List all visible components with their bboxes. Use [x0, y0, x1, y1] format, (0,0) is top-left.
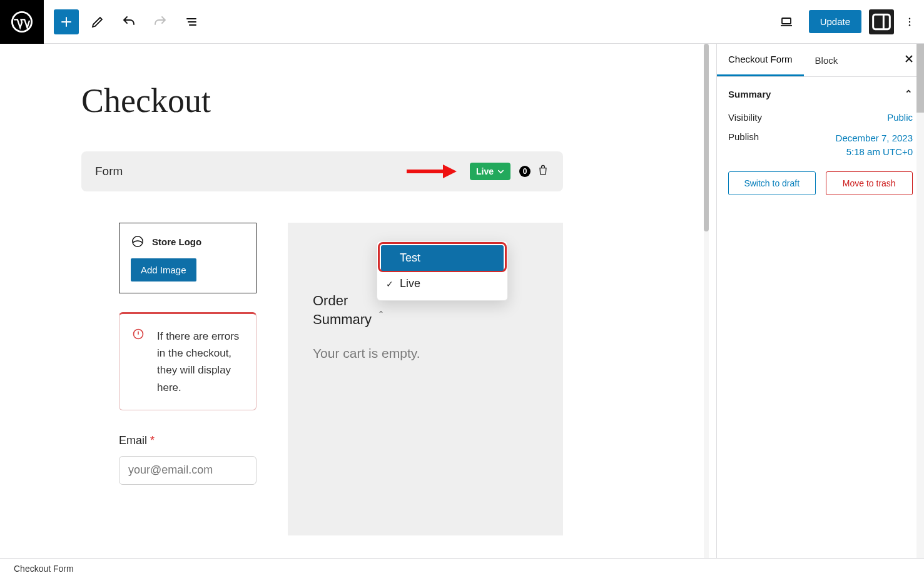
list-icon [184, 14, 199, 29]
shopping-bag-icon [537, 164, 549, 179]
sidebar-scrollbar[interactable] [916, 44, 924, 558]
svg-marker-7 [443, 165, 457, 178]
error-icon [132, 328, 145, 345]
visibility-row: Visibility Public [728, 112, 913, 123]
add-image-button[interactable]: Add Image [131, 258, 196, 281]
close-icon [904, 54, 914, 64]
page-title[interactable]: Checkout [81, 81, 563, 120]
form-label: Form [95, 165, 123, 178]
chevron-up-icon: ⌃ [905, 88, 913, 99]
settings-sidebar: Checkout Form Block Summary ⌃ Visibility… [716, 44, 924, 558]
view-button[interactable] [774, 9, 799, 34]
checkout-left-column: Store Logo Add Image If there are errors… [81, 223, 256, 535]
switch-to-draft-button[interactable]: Switch to draft [728, 171, 816, 195]
sidebar-scroll-thumb[interactable] [916, 44, 924, 113]
publish-value[interactable]: December 7, 2023 5:18 am UTC+0 [836, 131, 913, 159]
redo-button[interactable] [148, 9, 173, 34]
email-field[interactable] [119, 456, 256, 485]
workspace: Checkout Form Live 0 [0, 44, 924, 558]
canvas-scrollbar[interactable] [704, 44, 709, 558]
publish-label: Publish [728, 131, 759, 159]
canvas-scroll-thumb[interactable] [704, 44, 709, 231]
order-summary-heading[interactable]: Order Summary⌃ [313, 292, 369, 328]
check-icon: ✓ [386, 279, 393, 289]
sidebar-icon [869, 9, 894, 34]
svg-point-5 [909, 24, 910, 26]
redo-icon [153, 14, 168, 29]
settings-panel-toggle[interactable] [869, 9, 894, 34]
annotation-arrow-icon [407, 162, 457, 181]
document-overview-button[interactable] [179, 9, 204, 34]
mode-label: Live [476, 166, 494, 176]
editor-canvas[interactable]: Checkout Form Live 0 [0, 44, 716, 558]
email-label: Email * [119, 434, 256, 447]
cart-empty-text: Your cart is empty. [313, 346, 538, 361]
svg-point-4 [909, 21, 910, 22]
visibility-value[interactable]: Public [887, 112, 913, 123]
cart-indicator[interactable]: 0 [519, 164, 549, 179]
undo-icon [121, 14, 136, 29]
action-buttons: Switch to draft Move to trash [728, 171, 913, 195]
editor-topbar: Update [0, 0, 924, 44]
summary-heading[interactable]: Summary ⌃ [728, 88, 913, 99]
tab-block[interactable]: Block [804, 45, 850, 76]
pencil-icon [90, 14, 105, 29]
laptop-icon [779, 14, 794, 29]
chevron-up-icon: ⌃ [378, 309, 384, 319]
toolbar-left [44, 9, 214, 34]
breadcrumb-bar: Checkout Form [0, 558, 924, 578]
logo-placeholder-icon [131, 235, 145, 248]
store-logo-block[interactable]: Store Logo Add Image [119, 223, 256, 293]
mode-toggle-button[interactable]: Live [470, 163, 510, 180]
breadcrumb[interactable]: Checkout Form [14, 564, 74, 574]
publish-row: Publish December 7, 2023 5:18 am UTC+0 [728, 131, 913, 159]
visibility-label: Visibility [728, 112, 762, 123]
undo-button[interactable] [116, 9, 141, 34]
tab-document[interactable]: Checkout Form [717, 44, 804, 76]
cart-count-badge: 0 [519, 166, 531, 177]
chevron-down-icon [497, 168, 504, 175]
mode-option-live[interactable]: ✓ Live [381, 271, 504, 297]
error-text: If there are errors in the checkout, the… [157, 330, 239, 393]
store-logo-label: Store Logo [152, 236, 201, 247]
edit-button[interactable] [85, 9, 110, 34]
more-options-button[interactable] [900, 9, 919, 34]
mode-dropdown: Test ✓ Live [377, 241, 508, 301]
svg-rect-2 [873, 14, 890, 29]
mode-option-test[interactable]: Test [381, 245, 504, 271]
update-button[interactable]: Update [809, 10, 861, 33]
svg-point-3 [909, 18, 910, 19]
checkout-error-placeholder[interactable]: If there are errors in the checkout, the… [119, 312, 256, 410]
summary-section: Summary ⌃ Visibility Public Publish Dece… [717, 77, 924, 206]
wordpress-icon [11, 11, 33, 33]
wordpress-logo[interactable] [0, 0, 44, 44]
svg-rect-1 [782, 18, 791, 24]
plus-icon [59, 14, 74, 29]
add-block-button[interactable] [54, 9, 79, 34]
form-block-header[interactable]: Form Live 0 [81, 151, 563, 191]
required-asterisk: * [150, 434, 155, 447]
kebab-icon [904, 15, 915, 29]
sidebar-tabs: Checkout Form Block [717, 44, 924, 77]
move-to-trash-button[interactable]: Move to trash [826, 171, 913, 195]
